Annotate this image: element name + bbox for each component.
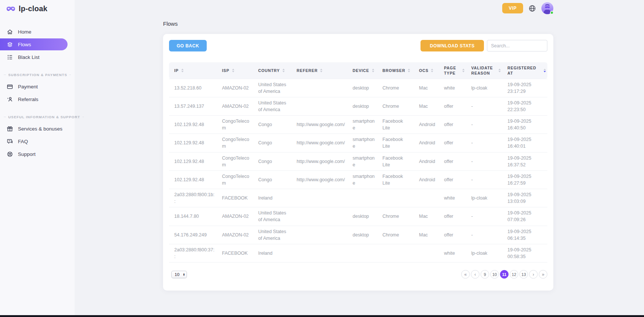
cell-registered-at: 19-09-2025 22:23:50 [502,97,547,115]
pagination-next-button[interactable]: › [529,270,538,279]
table-row: 2a03:2880:f800:37::FACEBOOKIrelandwhitel… [169,244,547,262]
column-header-ip[interactable]: IP [169,62,217,79]
app-logo[interactable]: lp-cloak [0,0,75,13]
go-back-button[interactable]: GO BACK [169,40,207,51]
cell-referer [291,244,347,262]
cell-registered-at: 19-09-2025 00:58:35 [502,244,547,262]
column-header-country[interactable]: COUNTRY [253,62,291,79]
cell-ip: 102.129.92.48 [169,170,217,189]
flows-card: GO BACK DOWNLOAD STATS IP ISP COUNTRY RE… [163,34,553,291]
home-icon [7,29,13,35]
cell-ocs: Android [414,152,439,170]
table-header: IP ISP COUNTRY REFERER DEVICE BROWSER OC… [169,62,547,79]
support-icon [7,151,13,157]
search-input[interactable] [487,40,547,51]
cell-page-type: offer [439,116,466,134]
sort-icon [408,69,410,72]
sidebar-item-faq[interactable]: ?! FAQ [0,135,75,147]
pagination-page-12[interactable]: 12 [510,270,518,279]
toolbar: GO BACK DOWNLOAD STATS [169,40,547,51]
cell-isp: CongoTelecom [217,116,253,134]
column-header-label: VALIDATE REASON [471,65,496,76]
mask-icon [6,6,16,12]
pagination-last-button[interactable]: » [539,270,547,279]
table-row: 13.57.249.137AMAZON-02United States of A… [169,97,547,115]
sidebar-item-payment[interactable]: Payment [0,81,75,92]
cell-referer [291,79,347,97]
cell-registered-at: 19-09-2025 16:37:52 [502,152,547,170]
cell-ocs: Android [414,170,439,189]
cell-device [347,189,377,207]
cell-isp: AMAZON-02 [217,97,253,115]
cell-device: desktop [347,207,377,226]
table-row: 102.129.92.48CongoTelecomCongohttp://www… [169,134,547,152]
sidebar-item-black-list[interactable]: Black List [0,51,75,63]
cell-browser: Chrome [377,207,414,226]
sidebar-item-services-bonuses[interactable]: Services & bonuses [0,123,75,135]
sidebar-item-flows[interactable]: Flows [0,38,68,50]
column-header-label: REGISTERED AT [507,65,541,76]
sidebar-item-support[interactable]: Support [0,148,75,160]
cell-registered-at: 19-09-2025 16:27:59 [502,170,547,189]
column-header-page-type[interactable]: PAGE TYPE [439,62,466,79]
sidebar-item-label: Black List [18,54,40,60]
cell-isp: CongoTelecom [217,134,253,152]
pagination-prev-button[interactable]: ‹ [471,270,479,279]
cell-country: Congo [253,152,291,170]
cell-page-type: white [439,79,466,97]
cell-country: Congo [253,170,291,189]
pagination-page-13[interactable]: 13 [519,270,528,279]
sidebar-item-home[interactable]: Home [0,26,75,38]
cell-ip: 13.57.249.137 [169,97,217,115]
table-row: 13.52.218.60AMAZON-02United States of Am… [169,79,547,97]
column-header-label: IP [174,68,179,73]
cell-isp: FACEBOOK [217,189,253,207]
table-row: 18.144.7.80AMAZON-02United States of Ame… [169,207,547,226]
cell-ocs: Android [414,134,439,152]
cell-browser [377,244,414,262]
cell-validate-reason: lp-cloak [466,189,502,207]
cell-browser: Facebook Lite [377,134,414,152]
cell-isp: FACEBOOK [217,244,253,262]
sort-icon [282,69,285,72]
cell-isp: AMAZON-02 [217,207,253,226]
download-stats-button[interactable]: DOWNLOAD STATS [421,40,484,51]
cell-page-type: white [439,189,466,207]
cell-page-type: offer [439,226,466,244]
sidebar-section-label: SUBSCRIPTION & PAYMENTS [0,73,75,77]
pagination-page-9[interactable]: 9 [481,270,489,279]
app-title: lp-cloak [19,4,47,13]
column-header-isp[interactable]: ISP [217,62,253,79]
cell-registered-at: 19-09-2025 23:17:29 [502,79,547,97]
sidebar-item-referrals[interactable]: Referrals [0,93,75,105]
cell-validate-reason: - [466,226,502,244]
main-content: Flows GO BACK DOWNLOAD STATS IP ISP COUN… [163,0,553,291]
cell-page-type: offer [439,134,466,152]
cell-page-type: offer [439,152,466,170]
pagination-page-10[interactable]: 10 [490,270,499,279]
cell-validate-reason: - [466,116,502,134]
cell-device: desktop [347,79,377,97]
pagination-first-button[interactable]: « [461,270,470,279]
column-header-label: REFERER [297,68,318,73]
page-size-select[interactable]: 10 ▲▼ [171,271,187,278]
column-header-browser[interactable]: BROWSER [377,62,414,79]
sort-icon [232,69,234,72]
cell-validate-reason: - [466,152,502,170]
column-header-validate-reason[interactable]: VALIDATE REASON [466,62,502,79]
column-header-registered-at[interactable]: REGISTERED AT [502,62,547,79]
cell-device: smartphone [347,116,377,134]
column-header-ocs[interactable]: OCS [414,62,439,79]
cell-country: United States of America [253,207,291,226]
flows-table: IP ISP COUNTRY REFERER DEVICE BROWSER OC… [169,62,547,263]
cell-validate-reason: lp-cloak [466,79,502,97]
page-size-value: 10 [175,272,179,277]
cell-registered-at: 19-09-2025 06:14:35 [502,226,547,244]
cell-browser: Facebook Lite [377,116,414,134]
sort-icon [462,69,465,72]
column-header-device[interactable]: DEVICE [347,62,377,79]
cell-validate-reason: lp-cloak [466,244,502,262]
column-header-referer[interactable]: REFERER [291,62,347,79]
cell-country: Ireland [253,244,291,262]
pagination-page-11[interactable]: 11 [500,270,509,279]
